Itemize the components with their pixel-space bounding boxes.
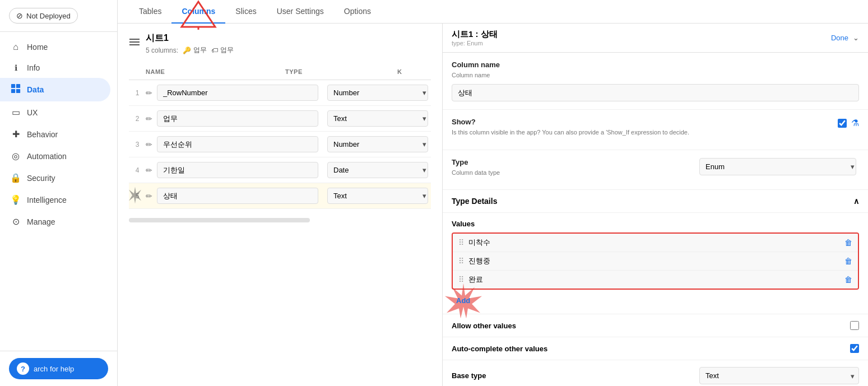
base-type-row: Base type Text Number [443,360,868,386]
column-name-input[interactable] [157,162,318,178]
table-header: 시트1 5 columns: 🔑 업무 🏷 업무 [129,32,431,55]
type-select-wrap: Enum Text Number Date [699,158,859,175]
show-checkbox[interactable] [838,119,847,128]
sidebar-item-label: Intelligence [27,196,67,204]
behavior-icon: ✚ [10,129,21,139]
right-panel-header: 시트1 : 상태 type: Enum Done ⌄ [443,24,868,53]
panel-title: 시트1 : 상태 [452,29,498,40]
sidebar-item-manage[interactable]: ⊙ Manage [0,211,110,232]
auto-complete-label: Auto-complete other values [452,345,547,353]
sidebar-item-home[interactable]: ⌂ Home [0,36,110,58]
edit-icon[interactable]: ✏ [146,192,152,201]
show-desc: Is this column visible in the app? You c… [452,128,838,137]
type-select-wrapper: Text [327,110,431,127]
chevron-button[interactable]: ⌄ [853,34,859,42]
sidebar-item-info[interactable]: ℹ Info [0,58,110,78]
value-input[interactable] [468,257,840,266]
column-name-input[interactable] [157,85,318,101]
type-select-wrapper: Date [327,162,431,178]
delete-icon[interactable]: 🗑 [844,238,852,247]
type-details-chevron: ∧ [853,197,859,206]
table-row: 5 ✏ Text [129,183,431,209]
tab-options[interactable]: Options [334,0,381,24]
edit-icon[interactable]: ✏ [146,89,152,97]
allow-other-checkbox[interactable] [850,321,859,330]
drag-handle-icon[interactable]: ⠿ [458,257,464,266]
sidebar-item-ux[interactable]: ▭ UX [0,101,110,123]
columns-table-header: NAME TYPE K [129,64,431,80]
value-input[interactable] [468,276,840,284]
done-button[interactable]: Done [831,34,848,42]
right-panel: 시트1 : 상태 type: Enum Done ⌄ Column name C… [443,24,868,386]
table-panel: 시트1 5 columns: 🔑 업무 🏷 업무 [118,24,443,386]
allow-other-label: Allow other values [452,322,516,330]
drag-handle-icon[interactable]: ⠿ [458,238,464,247]
delete-icon[interactable]: 🗑 [844,257,852,266]
base-type-select[interactable]: Text Number [699,367,859,384]
sidebar-item-automation[interactable]: ◎ Automation [0,145,110,167]
sidebar-item-behavior[interactable]: ✚ Behavior [0,123,110,145]
table-list-icon [129,37,140,51]
columns-count: 5 columns: [146,46,178,54]
table-meta: 5 columns: 🔑 업무 🏷 업무 [146,45,234,55]
intelligence-icon: 💡 [10,194,21,205]
edit-icon[interactable]: ✏ [146,140,152,149]
svg-rect-6 [129,39,140,40]
type-select-wrapper: Number [327,136,431,152]
delete-icon[interactable]: 🗑 [844,275,852,284]
svg-rect-3 [16,89,20,93]
sidebar: ⊘ Not Deployed ⌂ Home ℹ Info Data ▭ UX ✚ [0,0,118,386]
not-deployed-label: Not Deployed [26,12,71,20]
tab-tables[interactable]: Tables [129,0,171,24]
table-row: 1 ✏ Number [129,80,431,106]
tab-slices[interactable]: Slices [225,0,266,24]
sidebar-item-intelligence[interactable]: 💡 Intelligence [0,189,110,211]
help-button[interactable]: ? arch for help [9,358,108,379]
type-select[interactable]: Date [327,162,428,178]
svg-rect-8 [129,44,140,45]
type-select[interactable]: Text [327,188,428,204]
type-label: Type [452,158,500,166]
sidebar-item-security[interactable]: 🔒 Security [0,167,110,189]
column-name-input[interactable] [157,136,318,152]
edit-icon[interactable]: ✏ [146,114,152,123]
column-name-input[interactable] [157,110,318,127]
type-select[interactable]: Text [327,110,428,127]
panel-title-block: 시트1 : 상태 type: Enum [452,29,498,46]
sidebar-item-label: Behavior [27,130,58,139]
auto-complete-checkbox[interactable] [850,344,859,353]
not-deployed-button[interactable]: ⊘ Not Deployed [9,8,78,24]
panel-header-actions: Done ⌄ [831,34,859,42]
sidebar-item-label: Automation [27,152,67,161]
type-select-right[interactable]: Enum Text Number Date [699,158,856,175]
auto-complete-row: Auto-complete other values [443,337,868,360]
tab-user-settings[interactable]: User Settings [267,0,334,24]
type-select[interactable]: Number [327,85,428,101]
col-header-type: TYPE [285,68,397,75]
table-title: 시트1 [146,32,234,44]
column-name-input[interactable] [157,188,318,204]
automation-icon: ◎ [10,151,21,161]
key-icon: 🔑 [183,46,191,54]
sidebar-item-data[interactable]: Data [0,78,110,101]
type-details-header[interactable]: Type Details ∧ [443,190,868,213]
sidebar-item-label: Data [27,85,44,94]
sidebar-nav: ⌂ Home ℹ Info Data ▭ UX ✚ Behavior ◎ Aut… [0,32,117,351]
home-icon: ⌂ [10,42,21,52]
svg-rect-7 [129,41,140,43]
svg-rect-0 [11,84,15,88]
type-row: Type Column data type Enum Text Number D… [452,158,859,182]
ux-icon: ▭ [10,107,21,118]
list-item: ⠿ 🗑 [453,271,858,289]
drag-handle-icon[interactable]: ⠿ [458,275,464,284]
horizontal-scrollbar[interactable] [129,218,310,222]
edit-icon[interactable]: ✏ [146,166,152,175]
value-input[interactable] [468,239,840,247]
table-row: 2 ✏ Text [129,106,431,132]
add-button[interactable]: Add [452,294,475,307]
tab-columns[interactable]: Columns [171,0,225,24]
column-name-section: Column name Column name [443,53,868,110]
type-select[interactable]: Number [327,136,428,152]
columns-table: NAME TYPE K 1 ✏ Number [129,64,431,209]
column-name-field[interactable] [452,84,859,101]
